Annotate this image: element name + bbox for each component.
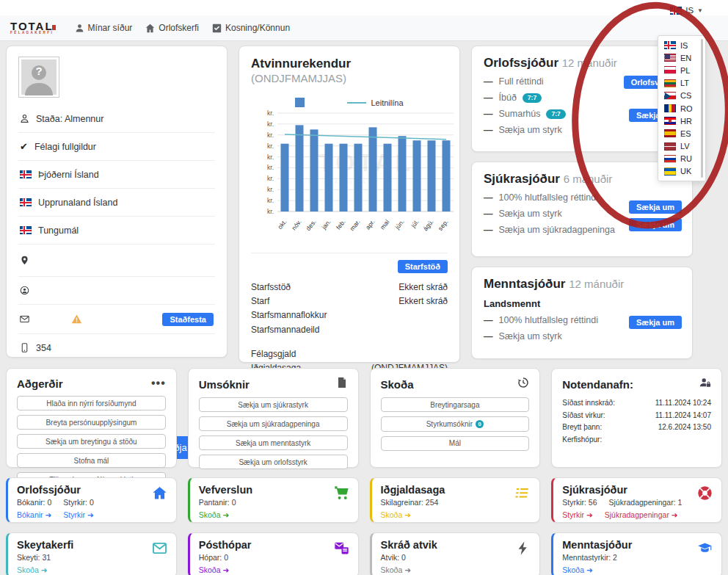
actions-card: Aðgerðir ••• Hlaða inn nýrri forsíðumynd…: [6, 368, 177, 468]
nav-item-minar-sidur[interactable]: Mínar síður: [75, 23, 133, 33]
change-history-button[interactable]: Breytingarsaga: [381, 397, 530, 412]
apply-status-change-button[interactable]: Sækja um breytingu á stöðu: [17, 434, 166, 449]
apply-grant-button[interactable]: Sækja um: [629, 200, 682, 214]
mail-group-icon: [334, 540, 349, 559]
bookings-link[interactable]: Bókanir ➜: [17, 510, 51, 519]
flag-is-icon: [20, 226, 32, 234]
language-option-ru[interactable]: RU: [663, 153, 704, 165]
language-option-hr[interactable]: HR: [663, 115, 704, 127]
language-option-is[interactable]: IS: [663, 39, 704, 51]
user-row: Breytt þann:12.6.2024 13:50: [562, 422, 711, 434]
avatar: ?: [18, 57, 59, 98]
grants-link[interactable]: Styrkir ➜: [562, 510, 592, 519]
view-link[interactable]: Skoða ➜: [381, 510, 412, 519]
sjukrasjodur-title: Sjúkrasjóður 6 mánuðir: [484, 172, 680, 187]
language-code: IS: [685, 6, 694, 15]
user-row: Kerfishópur:: [562, 434, 711, 446]
list-icon: [515, 485, 531, 504]
chart-bar: [443, 140, 451, 211]
chevron-down-icon: ▼: [697, 7, 703, 14]
x-tick-label: feb.: [335, 218, 347, 231]
nav-item-orlofskerfi[interactable]: Orlofskerfi: [145, 23, 199, 33]
view-link[interactable]: Skoða ➜: [381, 565, 412, 574]
menntasjodur-period: 12 mánuðir: [569, 278, 624, 290]
grants-link[interactable]: Styrkir ➜: [63, 510, 93, 519]
orlofssjodur-period: 12 mánuðir: [562, 57, 617, 69]
language-option-ro[interactable]: RO: [663, 102, 704, 115]
sickpay-link[interactable]: Sjúkradagpeningar ➜: [605, 510, 678, 519]
dash-icon: —: [484, 192, 493, 203]
profile-row-origin: Upprunaland Ísland: [18, 189, 215, 217]
document-icon: [336, 377, 348, 391]
dropdown-scrollbar[interactable]: [701, 39, 703, 178]
language-option-label: LV: [680, 142, 690, 151]
home-icon: [145, 23, 155, 33]
apply-holiday-grant-button[interactable]: Sækja um orlofsstyrk: [199, 455, 348, 469]
lightning-bolt-icon: [515, 540, 531, 559]
employers-title: Atvinnurekendur (ONDJFMAMJJAS): [251, 57, 448, 86]
stat-title: Skráð atvik: [381, 539, 531, 551]
profile-row-email: Staðfesta: [18, 305, 215, 334]
availability-badge: 7:7: [523, 93, 542, 103]
language-option-lt[interactable]: LT: [663, 77, 704, 90]
language-option-label: ES: [680, 129, 691, 138]
cases-button[interactable]: Mál: [381, 436, 530, 451]
chart-divider: Starfstöð: [251, 253, 448, 273]
apply-sickpay-button[interactable]: Sækja um sjúkradagpeninga: [199, 416, 348, 431]
station-button[interactable]: Starfstöð: [398, 260, 448, 273]
language-option-pl[interactable]: PL: [663, 64, 704, 76]
stat-values: Styrkir: 56 Sjúkradagpeningar: 1: [562, 498, 713, 507]
apply-sickness-grant-button[interactable]: Sækja um sjúkrastyrk: [199, 397, 348, 412]
apply-sickpay-button[interactable]: Sækja um: [629, 218, 682, 231]
y-tick-label: kr.: [267, 153, 274, 161]
stat-title: Sjúkrasjóður: [562, 484, 713, 496]
stat-row-1: Orlofssjóður Bókanir: 0 Styrkir: 0 Bókan…: [6, 477, 722, 523]
user-row: Síðast innskráð:11.11.2024 10:24: [562, 397, 711, 410]
y-tick-label: kr.: [267, 208, 274, 215]
dash-icon: —: [484, 331, 493, 341]
profile-row-member: ✔ Félagi fullgildur: [18, 133, 215, 161]
view-title: Skoða: [381, 378, 414, 391]
employers-card: Atvinnurekendur (ONDJFMAMJJAS) Leitnilín…: [239, 46, 460, 363]
language-option-lv[interactable]: LV: [663, 140, 704, 153]
flag-pl-icon: [664, 66, 676, 74]
envelope-icon: [20, 314, 29, 324]
flag-es-icon: [664, 129, 676, 137]
upload-photo-button[interactable]: Hlaða inn nýrri forsíðumynd: [17, 396, 166, 411]
x-tick-label: apr.: [364, 218, 376, 231]
edit-personal-info-button[interactable]: Breyta persónuupplýsingum: [17, 415, 166, 430]
flag-is-icon: [20, 170, 32, 178]
navbar: TOTAL FÉLAGAKERFI Mínar síður Orlofskerf…: [0, 15, 728, 41]
stat-card-orlofssjodur: Orlofssjóður Bókanir: 0 Styrkir: 0 Bókan…: [6, 477, 177, 523]
apply-education-button[interactable]: Sækja um: [629, 316, 682, 329]
chart-bar: [428, 140, 436, 211]
menntasjodur-subtitle: Landsmennt: [484, 298, 680, 309]
mobile-phone-icon: [20, 343, 29, 352]
legend-trendline: Leitnilína: [347, 98, 403, 107]
profile-row-language: Tungumál: [18, 217, 215, 245]
chart-bar: [369, 127, 377, 211]
language-option-cs[interactable]: CS: [663, 90, 704, 102]
confirm-button[interactable]: Staðfesta: [162, 313, 214, 326]
language-option-es[interactable]: ES: [663, 127, 704, 140]
view-link[interactable]: Skoða ➜: [199, 510, 230, 519]
nav-item-kosning[interactable]: Kosning/Könnun: [212, 23, 290, 33]
view-link[interactable]: Skoða ➜: [562, 565, 593, 574]
language-option-en[interactable]: EN: [663, 51, 704, 64]
brand-logo[interactable]: TOTAL FÉLAGAKERFI: [10, 21, 56, 35]
profile-mobile-value: 354: [36, 343, 51, 353]
chart-bar: [413, 140, 421, 211]
stat-title: Orlofssjóður: [17, 484, 167, 496]
apply-education-grant-button[interactable]: Sækja um menntastyrk: [199, 435, 348, 450]
view-link[interactable]: Skoða ➜: [17, 565, 48, 574]
y-tick-label: kr.: [267, 142, 274, 150]
y-tick-label: kr.: [267, 186, 274, 193]
grant-applications-button[interactable]: Styrkumsóknir0: [381, 416, 530, 432]
profile-row-nationality: Þjóðerni Ísland: [18, 161, 215, 189]
view-link[interactable]: Skoða ➜: [199, 565, 230, 574]
create-case-button[interactable]: Stofna mál: [17, 453, 166, 468]
language-option-uk[interactable]: UK: [663, 165, 704, 178]
arrow-right-icon: ➜: [222, 565, 229, 574]
language-dropdown-toggle[interactable]: IS ▼: [670, 6, 703, 15]
chart-container: kr.kr.kr.kr.kr.kr.kr.kr.kr.kr.TOTALF É L…: [251, 109, 448, 250]
